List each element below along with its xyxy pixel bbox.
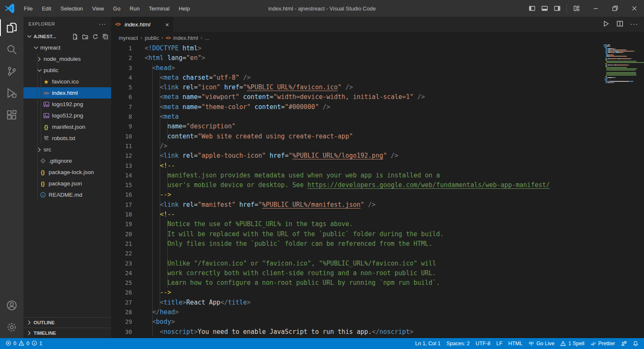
tree-item-logo192.png[interactable]: logo192.png <box>23 99 111 110</box>
activity-explorer[interactable] <box>0 17 23 39</box>
menu-selection[interactable]: Selection <box>57 4 86 13</box>
outline-panel-header[interactable]: OUTLINE <box>23 317 111 328</box>
status-feedback[interactable] <box>618 341 630 346</box>
code-line[interactable]: 6 <meta name="viewport" content="width=d… <box>111 92 644 102</box>
code-line[interactable]: 12 <link rel="apple-touch-icon" href="%P… <box>111 151 644 161</box>
status-language-mode[interactable]: HTML <box>505 341 525 346</box>
tree-item-favicon.ico[interactable]: ★favicon.ico <box>23 76 111 87</box>
activity-source-control[interactable] <box>0 60 23 82</box>
new-file-icon[interactable] <box>72 34 78 40</box>
collapse-all-icon[interactable] <box>102 34 109 40</box>
code-line[interactable]: 4 <meta charset="utf-8" /> <box>111 73 644 83</box>
minimap[interactable] <box>604 44 641 83</box>
customize-layout-button[interactable] <box>567 0 586 17</box>
code-line[interactable]: 2 <html lang="en"> <box>111 53 644 63</box>
menu-help[interactable]: Help <box>175 4 194 13</box>
code-line[interactable]: 9 name="description" <box>111 122 644 131</box>
problems-indicator[interactable]: 0 0 1 <box>3 340 45 347</box>
code-line[interactable]: 21 Only files inside the `public` folder… <box>111 239 644 249</box>
code-line[interactable]: 5 <link rel="icon" href="%PUBLIC_URL%/fa… <box>111 83 644 92</box>
code-line[interactable]: 14 manifest.json provides metadata used … <box>111 171 644 180</box>
tree-item-logo512.png[interactable]: logo512.png <box>23 110 111 121</box>
status-cursor-position[interactable]: Ln 1, Col 1 <box>412 341 443 346</box>
tree-indent-guide <box>37 53 38 201</box>
menu-run[interactable]: Run <box>126 4 143 13</box>
code-line[interactable]: 10 content="Web site created using creat… <box>111 132 644 141</box>
tree-item-node_modules[interactable]: node_modules <box>23 53 111 65</box>
status-encoding[interactable]: UTF-8 <box>473 341 493 346</box>
code-line[interactable]: 18 <!-- <box>111 210 644 219</box>
code-line[interactable]: 19 Notice the use of %PUBLIC_URL% in the… <box>111 219 644 229</box>
code-line[interactable]: 1 <!DOCTYPE html> <box>111 44 644 53</box>
tree-item-.gitignore[interactable]: .gitignore <box>23 155 111 167</box>
tree-item-myreact[interactable]: myreact <box>23 42 111 53</box>
code-line[interactable]: 29 <body> <box>111 317 644 327</box>
tree-item-README.md[interactable]: README.md <box>23 189 111 201</box>
status-indentation[interactable]: Spaces: 2 <box>444 341 473 346</box>
workspace-section-header[interactable]: AJNEST... <box>23 31 111 42</box>
layout-sidebar-left-icon[interactable] <box>529 5 535 12</box>
refresh-icon[interactable] <box>92 34 99 40</box>
status-notifications[interactable] <box>630 341 641 346</box>
line-number: 17 <box>111 200 132 210</box>
activity-extensions[interactable] <box>0 104 23 126</box>
breadcrumb-folder[interactable]: myreact <box>119 35 138 41</box>
code-line[interactable]: 23 Unlike "/favicon.ico" or "favicon.ico… <box>111 259 644 268</box>
code-line[interactable]: 3 <head> <box>111 63 644 73</box>
code-line[interactable]: 30 <noscript>You need to enable JavaScri… <box>111 327 644 337</box>
activity-settings[interactable] <box>0 316 23 338</box>
new-folder-icon[interactable] <box>82 34 88 40</box>
more-actions-icon[interactable]: ··· <box>630 21 638 28</box>
status-prettier[interactable]: Prettier <box>587 341 618 346</box>
layout-panel-bottom-icon[interactable] <box>541 5 548 12</box>
code-line[interactable]: 20 It will be replaced with the URL of t… <box>111 229 644 239</box>
menu-view[interactable]: View <box>88 4 108 13</box>
code-line[interactable]: 13 <!-- <box>111 161 644 171</box>
tree-item-src[interactable]: src <box>23 144 111 155</box>
breadcrumb-folder[interactable]: public <box>145 35 159 41</box>
tree-item-robots.txt[interactable]: robots.txt <box>23 133 111 144</box>
menu-go[interactable]: Go <box>109 4 124 13</box>
code-editor[interactable]: 1 <!DOCTYPE html> 2 <html lang="en"> 3 <… <box>111 44 644 338</box>
tree-item-package.json[interactable]: {}package.json <box>23 178 111 189</box>
status-eol[interactable]: LF <box>493 341 506 346</box>
menu-edit[interactable]: Edit <box>38 4 55 13</box>
explorer-more-actions-icon[interactable]: ··· <box>99 21 106 27</box>
activity-accounts[interactable] <box>0 294 23 316</box>
activity-run-debug[interactable] <box>0 82 23 104</box>
menu-file[interactable]: File <box>20 4 36 13</box>
split-editor-button[interactable] <box>616 20 623 29</box>
code-line[interactable]: 17 <link rel="manifest" href="%PUBLIC_UR… <box>111 200 644 210</box>
timeline-panel-header[interactable]: TIMELINE <box>23 328 111 338</box>
code-line[interactable]: 7 <meta name="theme-color" content="#000… <box>111 102 644 112</box>
layout-sidebar-right-icon[interactable] <box>554 5 561 12</box>
restore-button[interactable] <box>605 0 625 17</box>
code-line[interactable]: 16 --> <box>111 190 644 200</box>
indent-guide <box>167 171 168 190</box>
close-tab-icon[interactable]: × <box>165 21 169 28</box>
tab-index-html[interactable]: <> index.html × <box>111 17 173 32</box>
code-line[interactable]: 22 <box>111 249 644 258</box>
breadcrumb-file[interactable]: index.html <box>173 35 198 41</box>
code-line[interactable]: 31 <div id="root"></div> <box>111 337 644 338</box>
status-spell-checker[interactable]: 1 Spell <box>557 341 587 346</box>
tree-item-manifest.json[interactable]: {}manifest.json <box>23 121 111 133</box>
tree-item-index.html[interactable]: <>index.html <box>23 87 111 99</box>
activity-search[interactable] <box>0 39 23 60</box>
code-line[interactable]: 25 Learn how to configure a non-root pub… <box>111 278 644 288</box>
status-go-live[interactable]: Go Live <box>525 341 557 346</box>
close-window-button[interactable] <box>625 0 644 17</box>
tree-item-package-lock.json[interactable]: {}package-lock.json <box>23 167 111 178</box>
breadcrumb-symbol[interactable]: ... <box>205 35 209 41</box>
code-line[interactable]: 28 </head> <box>111 307 644 317</box>
run-button[interactable] <box>602 20 610 29</box>
menu-terminal[interactable]: Terminal <box>145 4 173 13</box>
tree-item-public[interactable]: public <box>23 65 111 76</box>
code-line[interactable]: 15 user's mobile device or desktop. See … <box>111 180 644 190</box>
minimize-button[interactable] <box>586 0 605 17</box>
code-line[interactable]: 27 <title>React App</title> <box>111 298 644 307</box>
code-line[interactable]: 11 /> <box>111 141 644 151</box>
code-line[interactable]: 24 work correctly both with client-side … <box>111 268 644 278</box>
code-line[interactable]: 8 <meta <box>111 112 644 122</box>
code-line[interactable]: 26 --> <box>111 288 644 297</box>
